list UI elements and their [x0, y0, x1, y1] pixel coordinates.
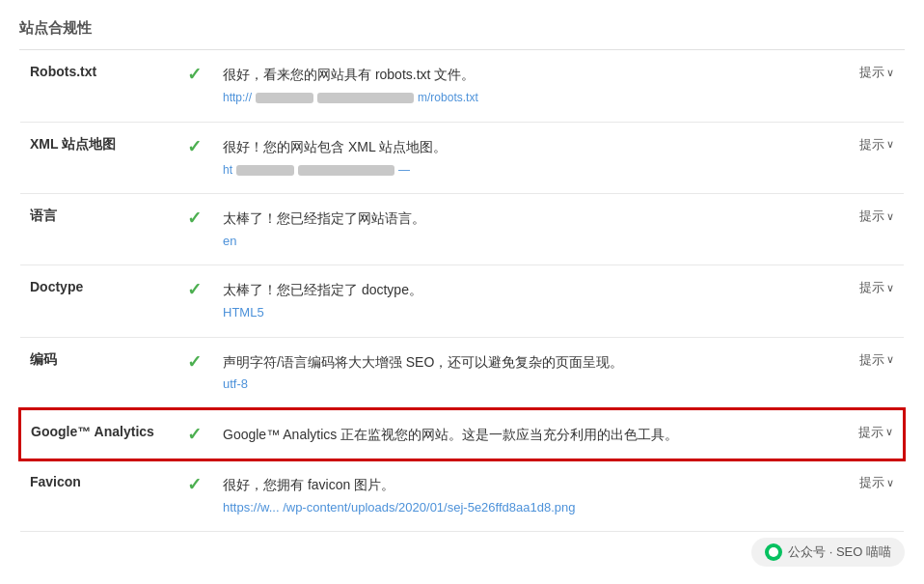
- row-desc-language: 太棒了！您已经指定了网站语言。en: [213, 194, 827, 265]
- table-row: XML 站点地图✓很好！您的网站包含 XML 站点地图。ht—提示 ∨: [20, 122, 904, 194]
- row-desc-encoding: 声明字符/语言编码将大大增强 SEO，还可以避免复杂的页面呈现。utf-8: [213, 337, 827, 409]
- action-cell-doctype[interactable]: 提示 ∨: [827, 265, 904, 337]
- row-desc-doctype: 太棒了！您已经指定了 doctype。HTML5: [213, 265, 827, 337]
- row-name-google-analytics: Google™ Analytics: [20, 409, 175, 459]
- section-title: 站点合规性: [19, 10, 905, 50]
- action-button-robots[interactable]: 提示 ∨: [859, 64, 894, 81]
- action-button-encoding[interactable]: 提示 ∨: [859, 351, 894, 369]
- url-prefix: http://: [223, 89, 252, 107]
- blurred-url: ht—: [223, 161, 817, 180]
- row-name-robots: Robots.txt: [20, 50, 175, 122]
- action-button-language[interactable]: 提示 ∨: [859, 208, 894, 225]
- checkmark-icon: ✓: [187, 65, 202, 84]
- row-name-language: 语言: [20, 194, 175, 265]
- chevron-down-icon: ∨: [886, 138, 894, 151]
- status-icon-doctype: ✓: [175, 265, 213, 337]
- row-name-xml-sitemap: XML 站点地图: [20, 122, 175, 194]
- action-cell-google-analytics[interactable]: 提示 ∨: [827, 409, 904, 459]
- row-name-favicon: Favicon: [20, 459, 175, 532]
- compliance-table: Robots.txt✓很好，看来您的网站具有 robots.txt 文件。htt…: [19, 50, 905, 532]
- svg-point-0: [769, 547, 778, 551]
- row-name-encoding: 编码: [20, 337, 175, 409]
- checkmark-icon: ✓: [187, 352, 202, 372]
- url-blur-2: [317, 93, 414, 103]
- status-icon-robots: ✓: [175, 50, 213, 122]
- sub-link: https://w... /wp-content/uploads/2020/01…: [223, 498, 817, 518]
- action-cell-favicon[interactable]: 提示 ∨: [827, 459, 904, 532]
- checkmark-icon: ✓: [187, 280, 202, 299]
- status-icon-xml-sitemap: ✓: [175, 122, 213, 194]
- action-button-xml-sitemap[interactable]: 提示 ∨: [859, 136, 894, 153]
- action-cell-robots[interactable]: 提示 ∨: [827, 50, 904, 122]
- chevron-down-icon: ∨: [886, 353, 894, 366]
- chevron-down-icon: ∨: [886, 282, 894, 294]
- watermark-icon: [765, 543, 782, 551]
- url-suffix: m/robots.txt: [418, 89, 478, 107]
- status-icon-language: ✓: [175, 194, 213, 265]
- url-dash: —: [398, 161, 410, 180]
- row-desc-google-analytics: Google™ Analytics 正在监视您的网站。这是一款应当充分利用的出色…: [213, 409, 827, 459]
- url-prefix: ht: [223, 161, 232, 180]
- sub-text: en: [223, 232, 817, 252]
- checkmark-icon: ✓: [187, 475, 202, 494]
- desc-text: Google™ Analytics 正在监视您的网站。这是一款应当充分利用的出色…: [223, 424, 817, 445]
- url-blur-1: [256, 93, 313, 103]
- desc-text: 太棒了！您已经指定了网站语言。: [223, 208, 817, 229]
- table-row: 语言✓太棒了！您已经指定了网站语言。en提示 ∨: [20, 194, 904, 265]
- chevron-down-icon: ∨: [886, 67, 894, 79]
- blurred-url: http://m/robots.txt: [223, 89, 817, 107]
- url-blur-1: [236, 165, 294, 176]
- action-cell-encoding[interactable]: 提示 ∨: [827, 337, 904, 409]
- desc-text: 很好！您的网站包含 XML 站点地图。: [223, 136, 817, 157]
- table-row: Google™ Analytics✓Google™ Analytics 正在监视…: [20, 409, 904, 459]
- chevron-down-icon: ∨: [885, 426, 893, 438]
- table-row: Robots.txt✓很好，看来您的网站具有 robots.txt 文件。htt…: [20, 50, 904, 122]
- status-icon-encoding: ✓: [175, 337, 213, 409]
- action-button-doctype[interactable]: 提示 ∨: [859, 279, 894, 296]
- desc-text: 声明字符/语言编码将大大增强 SEO，还可以避免复杂的页面呈现。: [223, 351, 817, 373]
- status-icon-favicon: ✓: [175, 459, 213, 532]
- url-blur-2: [298, 165, 394, 176]
- checkmark-icon: ✓: [187, 209, 202, 228]
- action-cell-xml-sitemap[interactable]: 提示 ∨: [827, 122, 904, 194]
- watermark-label: 公众号 · SEO 喵喵: [788, 543, 891, 551]
- table-row: Doctype✓太棒了！您已经指定了 doctype。HTML5提示 ∨: [20, 265, 904, 337]
- chevron-down-icon: ∨: [886, 210, 894, 223]
- desc-text: 很好，看来您的网站具有 robots.txt 文件。: [223, 64, 817, 85]
- desc-text: 很好，您拥有 favicon 图片。: [223, 474, 817, 495]
- status-icon-google-analytics: ✓: [175, 409, 213, 459]
- action-cell-language[interactable]: 提示 ∨: [827, 194, 904, 265]
- chevron-down-icon: ∨: [886, 477, 894, 489]
- row-desc-robots: 很好，看来您的网站具有 robots.txt 文件。http://m/robot…: [213, 50, 827, 122]
- checkmark-icon: ✓: [187, 137, 202, 156]
- watermark: 公众号 · SEO 喵喵: [751, 538, 905, 551]
- checkmark-icon: ✓: [187, 425, 202, 444]
- action-button-google-analytics[interactable]: 提示 ∨: [858, 424, 893, 441]
- page-wrapper: 站点合规性 Robots.txt✓很好，看来您的网站具有 robots.txt …: [0, 0, 924, 551]
- row-desc-favicon: 很好，您拥有 favicon 图片。https://w... /wp-conte…: [213, 459, 827, 532]
- table-row: Favicon✓很好，您拥有 favicon 图片。https://w... /…: [20, 459, 904, 532]
- table-row: 编码✓声明字符/语言编码将大大增强 SEO，还可以避免复杂的页面呈现。utf-8…: [20, 337, 904, 409]
- action-button-favicon[interactable]: 提示 ∨: [859, 474, 894, 491]
- sub-text: utf-8: [223, 375, 817, 395]
- desc-text: 太棒了！您已经指定了 doctype。: [223, 279, 817, 300]
- row-desc-xml-sitemap: 很好！您的网站包含 XML 站点地图。ht—: [213, 122, 827, 194]
- row-name-doctype: Doctype: [20, 265, 175, 337]
- sub-text: HTML5: [223, 303, 817, 323]
